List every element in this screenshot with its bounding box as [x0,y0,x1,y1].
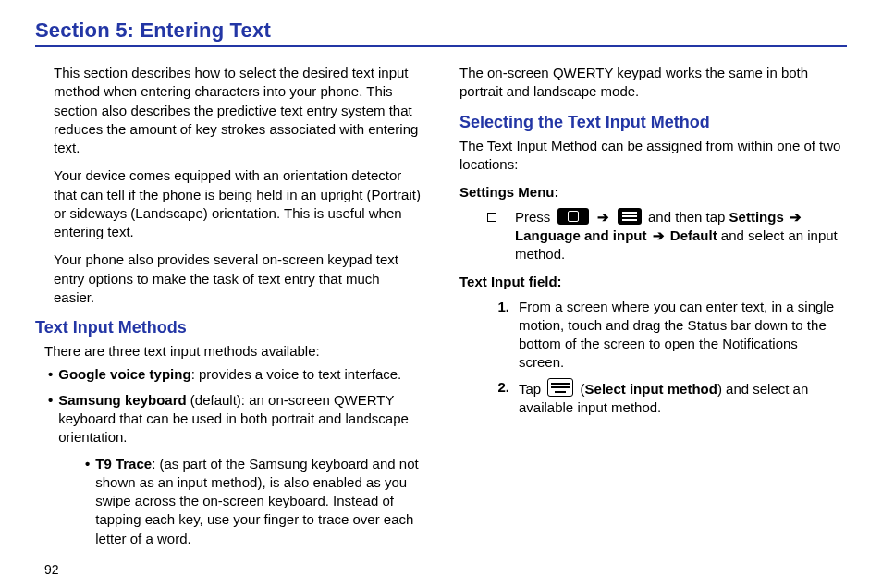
arrow-icon: ➔ [790,209,802,225]
step-bold: Settings [729,209,788,225]
method-name: Google voice typing [58,366,190,382]
numbered-step-2: 2. Tap (Select input method) and select … [459,378,847,418]
step-bold: Default [670,227,717,243]
selecting-lead-in: The Text Input Method can be assigned fr… [459,137,847,175]
step-bold: Language and input [515,227,651,243]
right-intro: The on-screen QWERTY keypad works the sa… [459,64,847,102]
bullet-dot-icon: • [48,391,53,447]
subheading-settings-menu: Settings Menu: [459,183,847,202]
numbered-step-1: 1. From a screen where you can enter tex… [459,298,847,373]
section-divider [35,45,847,47]
home-button-icon [557,208,589,225]
step-text: and then tap [648,209,729,225]
keyboard-icon [547,378,573,397]
intro-paragraph-1: This section describes how to select the… [35,64,423,157]
arrow-icon: ➔ [653,227,665,243]
step-number: 2. [482,378,519,418]
square-bullet-icon [487,213,496,222]
list-item: • Google voice typing: provides a voice … [35,365,423,384]
right-column: The on-screen QWERTY keypad works the sa… [459,64,847,579]
intro-paragraph-2: Your device comes equipped with an orien… [35,166,423,241]
step-text: From a screen where you can enter text, … [519,298,847,373]
list-item-nested: • T9 Trace: (as part of the Samsung keyb… [35,455,423,548]
intro-paragraph-3: Your phone also provides several on-scre… [35,251,423,307]
bullet-dot-icon: • [48,365,53,384]
step-text: Tap [519,381,545,397]
section-heading: Section 5: Entering Text [35,18,847,43]
bullet-dot-icon: • [85,455,90,548]
page-number: 92 [35,561,423,579]
step-text: Press [515,209,555,225]
heading-selecting-method: Selecting the Text Input Method [459,111,847,133]
step-bold: Select input method [585,381,717,397]
method-name: T9 Trace [95,456,152,472]
methods-lead-in: There are three text input methods avail… [35,342,423,361]
left-column: This section describes how to select the… [35,64,423,579]
heading-text-input-methods: Text Input Methods [35,316,423,338]
arrow-icon: ➔ [597,209,609,225]
method-desc: : provides a voice to text interface. [191,366,402,382]
menu-button-icon [618,208,642,225]
method-name: Samsung keyboard [58,392,186,408]
list-item: • Samsung keyboard (default): an on-scre… [35,391,423,447]
settings-menu-step: Press ➔ and then tap Settings ➔ Language… [459,208,847,264]
subheading-text-input-field: Text Input field: [459,273,847,291]
step-number: 1. [482,298,519,373]
